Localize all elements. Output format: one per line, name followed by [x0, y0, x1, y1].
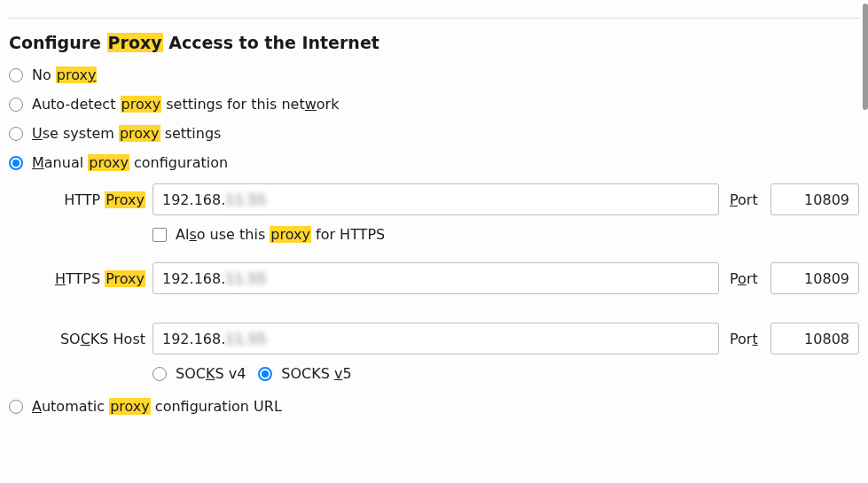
title-post: Access to the Internet [163, 33, 379, 52]
label-auto-url: Automatic proxy configuration URL [32, 398, 282, 415]
title-hl: Proxy [107, 33, 163, 52]
divider-top [9, 18, 859, 19]
option-system-proxy[interactable]: Use system proxy settings [9, 125, 859, 142]
title-pre: Configure [9, 33, 107, 52]
checkbox-also-https[interactable]: Also use this proxy for HTTPS [152, 226, 859, 243]
input-socks-host[interactable]: 192.168.11.55 [152, 323, 719, 354]
input-socks-port[interactable] [770, 323, 859, 354]
row-socks-host: SOCKS Host 192.168.11.55 Port [39, 323, 859, 354]
input-https-port[interactable] [770, 262, 859, 294]
row-https-proxy: HTTPS Proxy 192.168.11.55 Port [39, 262, 859, 294]
label-socks-v4: SOCKS v4 [176, 365, 246, 382]
label-https-proxy: HTTPS Proxy [39, 270, 145, 287]
input-http-proxy[interactable]: 192.168.11.55 [152, 183, 719, 215]
option-socks-v4[interactable]: SOCKS v4 [152, 365, 246, 382]
option-no-proxy[interactable]: No proxy [9, 66, 859, 83]
scrollbar-track [863, 4, 868, 479]
label-manual-proxy: Manual proxy configuration [32, 154, 228, 171]
label-http-proxy: HTTP Proxy [39, 191, 145, 208]
checkbox-also-https-input[interactable] [152, 228, 167, 242]
option-auto-url[interactable]: Automatic proxy configuration URL [9, 398, 859, 415]
label-socks-port: Port [730, 331, 763, 347]
radio-socks-v4[interactable] [152, 367, 167, 381]
option-socks-v5[interactable]: SOCKS v5 [258, 365, 351, 382]
label-auto-detect: Auto-detect proxy settings for this netw… [32, 96, 339, 113]
scrollbar[interactable] [863, 4, 868, 479]
page-title: Configure Proxy Access to the Internet [9, 33, 859, 52]
label-http-port: Port [730, 191, 763, 208]
radio-no-proxy[interactable] [9, 68, 23, 82]
socks-version: SOCKS v4 SOCKS v5 [152, 365, 859, 382]
input-https-proxy[interactable]: 192.168.11.55 [152, 262, 719, 294]
radio-socks-v5[interactable] [258, 367, 272, 381]
manual-proxy-fields: HTTP Proxy 192.168.11.55 Port Also use t… [9, 183, 859, 382]
row-http-proxy: HTTP Proxy 192.168.11.55 Port [39, 183, 859, 215]
label-socks-host: SOCKS Host [39, 331, 145, 347]
radio-auto-url[interactable] [9, 400, 23, 414]
label-also-https: Also use this proxy for HTTPS [176, 226, 385, 243]
option-auto-detect[interactable]: Auto-detect proxy settings for this netw… [9, 96, 859, 113]
radio-system-proxy[interactable] [9, 127, 23, 141]
radio-auto-detect[interactable] [9, 97, 23, 112]
option-manual-proxy[interactable]: Manual proxy configuration [9, 154, 859, 171]
label-socks-v5: SOCKS v5 [281, 365, 351, 382]
label-https-port: Port [730, 270, 763, 287]
radio-manual-proxy[interactable] [9, 156, 23, 170]
label-system-proxy: Use system proxy settings [32, 125, 221, 142]
label-no-proxy: No proxy [32, 66, 97, 83]
input-http-port[interactable] [770, 183, 859, 215]
scrollbar-thumb[interactable] [863, 4, 868, 110]
